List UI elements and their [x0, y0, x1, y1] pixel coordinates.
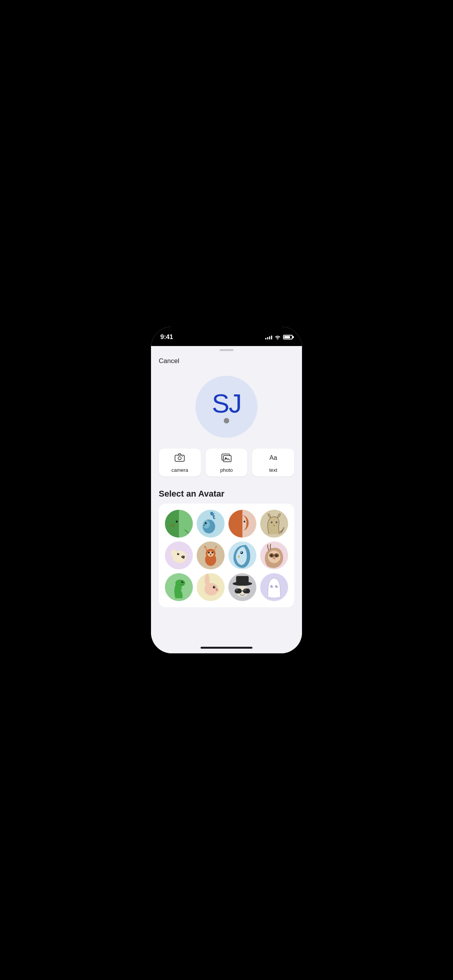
svg-point-15 — [204, 524, 205, 526]
svg-text:Aa: Aa — [269, 454, 277, 461]
avatar-rabbit-yellow[interactable] — [197, 573, 225, 601]
avatar-preview-section: SJ — [151, 368, 302, 449]
text-icon: Aa — [268, 452, 278, 465]
svg-point-46 — [276, 555, 277, 555]
svg-point-38 — [241, 552, 242, 553]
avatar-blue-hedgehog[interactable] — [197, 510, 225, 538]
svg-rect-0 — [175, 455, 184, 461]
avatar-dot — [224, 418, 229, 423]
svg-point-67 — [236, 589, 238, 591]
svg-point-40 — [268, 550, 280, 563]
avatar-circle: SJ — [196, 376, 257, 438]
svg-point-68 — [244, 589, 246, 591]
action-buttons: camera photo Aa — [151, 449, 302, 486]
sheet-handle-area — [151, 346, 302, 351]
status-icons — [265, 335, 293, 339]
svg-point-51 — [181, 581, 183, 583]
text-button[interactable]: Aa text — [252, 449, 294, 476]
avatar-fox-orange[interactable] — [197, 541, 225, 569]
svg-point-72 — [272, 585, 273, 586]
avatar-initials: SJ — [212, 390, 241, 416]
svg-point-58 — [214, 586, 215, 587]
svg-point-53 — [183, 583, 184, 584]
home-indicator — [151, 644, 302, 653]
svg-point-9 — [176, 521, 178, 523]
svg-point-28 — [182, 556, 183, 557]
signal-icon — [265, 335, 272, 339]
avatar-orange-face[interactable] — [228, 510, 256, 538]
svg-point-59 — [216, 589, 218, 590]
svg-rect-65 — [243, 589, 250, 594]
avatar-grid-container — [159, 504, 294, 607]
svg-point-13 — [205, 522, 207, 524]
svg-point-34 — [211, 552, 213, 554]
battery-icon — [283, 335, 293, 339]
svg-point-27 — [181, 555, 185, 558]
cancel-button[interactable]: Cancel — [159, 357, 179, 365]
svg-point-20 — [271, 521, 273, 523]
avatar-sloth-pink[interactable] — [260, 541, 288, 569]
avatar-incognito[interactable] — [228, 573, 256, 601]
camera-label: camera — [172, 467, 188, 473]
svg-point-2 — [182, 456, 183, 457]
svg-point-44 — [276, 554, 278, 556]
svg-point-45 — [272, 555, 273, 555]
main-content: Cancel SJ camera — [151, 351, 302, 644]
header: Cancel — [151, 351, 302, 368]
svg-point-21 — [276, 521, 278, 523]
svg-point-33 — [208, 552, 210, 554]
status-time: 9:41 — [160, 333, 173, 341]
photo-icon — [221, 452, 232, 465]
svg-point-52 — [182, 581, 183, 582]
svg-point-12 — [203, 520, 210, 529]
svg-point-73 — [277, 585, 278, 586]
avatar-green-bird[interactable] — [165, 510, 193, 538]
svg-rect-49 — [177, 586, 182, 590]
avatar-grid — [165, 510, 288, 601]
photo-label: photo — [220, 467, 233, 473]
svg-point-1 — [178, 457, 181, 460]
svg-point-14 — [206, 522, 206, 523]
svg-point-57 — [213, 586, 215, 588]
avatar-dino-green[interactable] — [165, 573, 193, 601]
svg-point-47 — [273, 557, 275, 559]
status-bar: 9:41 — [151, 327, 302, 346]
svg-point-18 — [244, 521, 245, 523]
svg-point-25 — [177, 553, 179, 555]
svg-rect-62 — [236, 576, 249, 584]
svg-rect-4 — [223, 456, 231, 462]
avatar-parrot-blue[interactable] — [228, 541, 256, 569]
svg-point-26 — [178, 553, 179, 554]
avatar-dog-lavender[interactable] — [165, 541, 193, 569]
avatar-tan-fox[interactable] — [260, 510, 288, 538]
home-bar — [201, 647, 252, 649]
text-label: text — [269, 467, 277, 473]
phone-frame: 9:41 Cancel SJ — [151, 327, 302, 653]
wifi-icon — [275, 335, 281, 339]
photo-button[interactable]: photo — [206, 449, 248, 476]
camera-button[interactable]: camera — [159, 449, 201, 476]
svg-point-35 — [210, 554, 211, 555]
camera-icon — [175, 452, 185, 465]
svg-point-43 — [271, 554, 273, 556]
avatar-section-title: Select an Avatar — [151, 486, 302, 504]
svg-rect-64 — [235, 589, 242, 594]
avatar-ghost-purple[interactable] — [260, 573, 288, 601]
